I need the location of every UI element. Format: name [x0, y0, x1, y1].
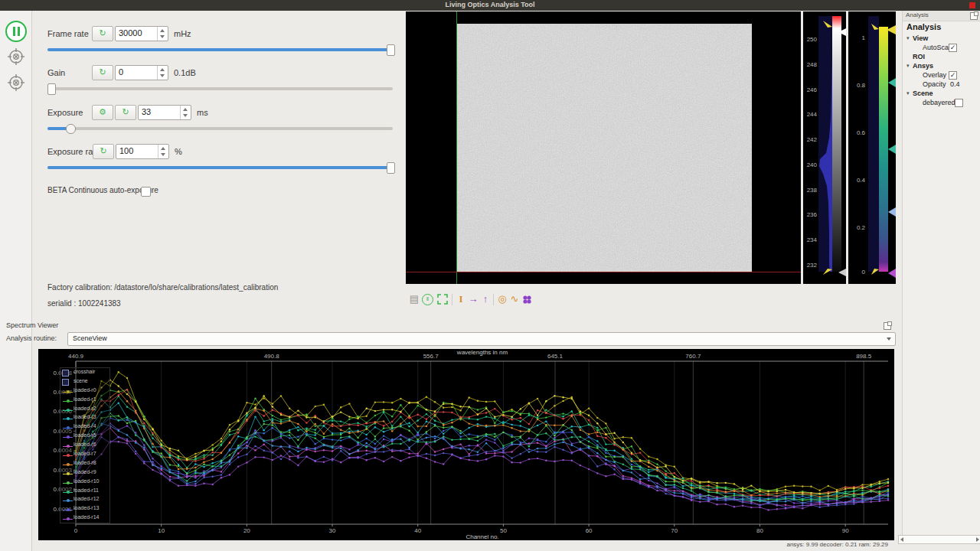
svg-text:440.9: 440.9: [68, 353, 84, 360]
spectrum-viewer-title: Spectrum Viewer: [6, 321, 58, 329]
left-toolbar: [0, 11, 32, 551]
scroll-left-icon[interactable]: [900, 537, 903, 542]
title-bar: Living Optics Analysis Tool: [0, 0, 980, 11]
arrow-up-icon[interactable]: ↑: [479, 292, 492, 306]
svg-text:60: 60: [586, 527, 593, 534]
scene-image-viewport[interactable]: [406, 11, 801, 284]
analysis-routine-label: Analysis routine:: [6, 334, 57, 342]
legend-item-loaded-r14[interactable]: loaded-r14: [60, 514, 109, 523]
analysis-title: Analysis: [906, 22, 941, 31]
frame-rate-spinbox[interactable]: 30000: [115, 26, 168, 41]
spectrum-chart: 440.9490.8556.7645.1760.7898.5wavelength…: [38, 349, 894, 540]
legend-line-sample: [62, 424, 73, 431]
legend-item-loaded-r5[interactable]: loaded-r5: [60, 432, 109, 441]
histogram-icon[interactable]: ▤: [408, 292, 420, 306]
levels-histogram-panel[interactable]: 250 248 246 244 242 240 238 236 234 232: [803, 11, 846, 284]
chevron-down-icon[interactable]: ▾: [906, 90, 910, 96]
chevron-down-icon[interactable]: ▾: [906, 35, 910, 41]
tree-item-ansys[interactable]: ▾ Ansys: [903, 62, 980, 71]
colormap-lut-panel[interactable]: 1 0.8 0.6 0.4 0.2 0: [848, 11, 896, 284]
legend-item-loaded-r12[interactable]: loaded-r12: [60, 495, 109, 504]
levels-tick: 236: [803, 211, 817, 218]
roi-flower-icon[interactable]: [521, 292, 533, 306]
tree-item-roi[interactable]: ROI: [903, 53, 980, 62]
legend-item-loaded-r2[interactable]: loaded-r2: [60, 405, 109, 414]
gain-spinbox[interactable]: 0: [115, 65, 168, 80]
legend-checkbox-icon[interactable]: [62, 379, 69, 386]
factory-calibration-text: Factory calibration: /datastore/lo/share…: [47, 283, 278, 292]
svg-text:490.8: 490.8: [264, 353, 280, 360]
legend-item-loaded-r11[interactable]: loaded-r11: [60, 487, 109, 496]
levels-tick: 242: [803, 136, 817, 143]
lut-tick: 0.4: [851, 177, 865, 184]
legend-item-loaded-r1[interactable]: loaded-r1: [60, 396, 109, 405]
exposure-ratio-reset-button[interactable]: ↻: [93, 144, 114, 159]
levels-tick: 240: [803, 161, 817, 168]
roi-vertical-line[interactable]: [456, 11, 457, 284]
exposure-ratio-slider[interactable]: [47, 166, 393, 169]
crosshair-icon[interactable]: [7, 73, 25, 92]
spectrum-plot[interactable]: 440.9490.8556.7645.1760.7898.5wavelength…: [38, 349, 894, 540]
analysis-dock: Analysis Analysis ▾ View AutoScale ROI ▾…: [902, 11, 980, 536]
serialid-text: serialid : 1002241383: [47, 299, 121, 308]
svg-text:556.7: 556.7: [423, 353, 439, 360]
chevron-down-icon[interactable]: ▾: [906, 63, 910, 69]
tree-item-autoscale[interactable]: AutoScale: [903, 44, 980, 53]
analysis-dock-header[interactable]: Analysis: [903, 11, 980, 21]
lut-tick: 0.2: [851, 224, 865, 231]
roi-horizontal-line[interactable]: [406, 272, 801, 272]
exposure-ratio-spinbox[interactable]: 100: [116, 144, 169, 159]
legend-item-loaded-r10[interactable]: loaded-r10: [60, 478, 109, 487]
auto-range-icon[interactable]: [436, 292, 449, 306]
autoscale-checkbox[interactable]: [949, 44, 957, 52]
levels-tick: 248: [803, 61, 817, 68]
spectrum-icon[interactable]: ∿: [508, 292, 521, 306]
tree-item-debayered[interactable]: debayered: [903, 99, 980, 108]
tree-item-overlay[interactable]: Overlay: [903, 71, 980, 80]
legend-line-sample: [62, 515, 73, 522]
lut-tick: 0.6: [851, 129, 865, 136]
detach-icon[interactable]: [970, 12, 978, 20]
exposure-spinbox[interactable]: 33: [138, 105, 191, 120]
auto-exposure-checkbox[interactable]: [141, 187, 151, 197]
legend-item-loaded-r7[interactable]: loaded-r7: [60, 450, 109, 459]
exposure-auto-button[interactable]: ⚙: [92, 105, 113, 120]
gain-reset-button[interactable]: ↻: [92, 65, 113, 80]
tree-item-opacity[interactable]: Opacity 0.4: [903, 80, 980, 90]
frame-rate-slider[interactable]: [47, 48, 393, 51]
exposure-reset-button[interactable]: ↻: [115, 105, 136, 120]
tree-item-view[interactable]: ▾ View: [903, 34, 980, 44]
arrow-right-icon[interactable]: →: [467, 292, 479, 306]
spectrum-legend[interactable]: crosshair scene loaded-r0 loaded-r1: [60, 367, 110, 523]
pause-icon[interactable]: ‖: [422, 294, 433, 305]
debayered-checkbox[interactable]: [955, 99, 963, 107]
target-icon[interactable]: ◎: [496, 292, 508, 306]
detach-icon[interactable]: [884, 322, 891, 330]
exposure-slider[interactable]: [47, 127, 393, 130]
legend-item-crosshair[interactable]: crosshair: [60, 368, 109, 377]
frame-rate-reset-button[interactable]: ↻: [92, 26, 113, 41]
overlay-checkbox[interactable]: [949, 71, 957, 80]
legend-item-loaded-r8[interactable]: loaded-r8: [60, 459, 109, 468]
crosshair-icon[interactable]: [7, 47, 25, 66]
legend-checkbox-icon[interactable]: [62, 370, 69, 377]
scroll-right-icon[interactable]: [976, 537, 979, 542]
legend-item-loaded-r0[interactable]: loaded-r0: [60, 386, 109, 396]
svg-text:90: 90: [842, 527, 849, 534]
horizontal-scrollbar[interactable]: [898, 535, 980, 544]
svg-text:10: 10: [158, 527, 165, 534]
legend-line-sample: [62, 406, 73, 413]
legend-item-loaded-r6[interactable]: loaded-r6: [60, 441, 109, 450]
legend-item-loaded-r9[interactable]: loaded-r9: [60, 468, 109, 478]
legend-item-loaded-r3[interactable]: loaded-r3: [60, 413, 109, 422]
ibeam-icon[interactable]: I: [455, 292, 467, 306]
legend-item-loaded-r13[interactable]: loaded-r13: [60, 504, 109, 514]
gain-slider[interactable]: [47, 87, 393, 90]
analysis-routine-select[interactable]: SceneView: [67, 332, 896, 346]
legend-line-sample: [62, 433, 73, 440]
tree-item-scene[interactable]: ▾ Scene: [903, 90, 980, 99]
legend-item-loaded-r4[interactable]: loaded-r4: [60, 422, 109, 432]
legend-item-scene[interactable]: scene: [60, 377, 109, 386]
pause-stream-button[interactable]: [5, 21, 27, 42]
opacity-value: 0.4: [950, 80, 960, 88]
